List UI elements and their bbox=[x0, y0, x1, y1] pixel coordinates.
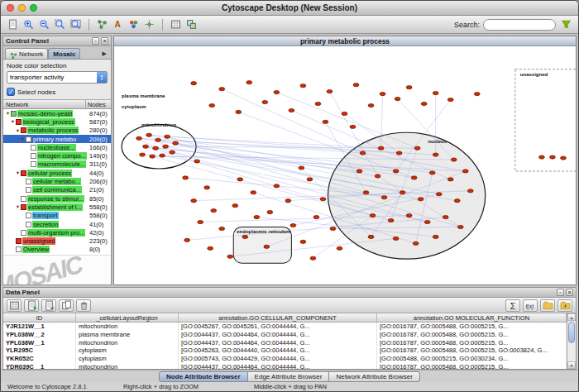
copy-attribute-icon[interactable] bbox=[59, 299, 74, 312]
network-node[interactable] bbox=[211, 209, 217, 213]
network-node[interactable] bbox=[406, 86, 412, 89]
table-row[interactable]: YPL036W__2plasma membrane[GO:0044437, GO… bbox=[3, 331, 567, 339]
expand-arrow-icon[interactable]: ▼ bbox=[15, 128, 21, 133]
table-row[interactable]: YPL036W__1mitochondrion[GO:0044437, GO:0… bbox=[3, 339, 567, 347]
expand-arrow-icon[interactable]: ▼ bbox=[5, 111, 11, 116]
network-node[interactable] bbox=[337, 246, 342, 250]
network-node[interactable] bbox=[289, 108, 294, 112]
network-node[interactable] bbox=[406, 213, 412, 217]
network-node[interactable] bbox=[330, 227, 336, 230]
tree-row[interactable]: ▼biological_process587(0) bbox=[3, 117, 111, 126]
tree-row[interactable]: ▼primary metabo209(0) bbox=[3, 135, 111, 143]
tree-column-network[interactable]: Network bbox=[3, 100, 86, 108]
network-node[interactable] bbox=[353, 84, 359, 87]
network-node[interactable] bbox=[462, 170, 468, 173]
network-view-title[interactable]: primary metabolic process bbox=[114, 36, 576, 46]
table-icon[interactable] bbox=[7, 299, 22, 312]
network-node[interactable] bbox=[209, 103, 215, 107]
table-cell[interactable]: [GO:0016787, GO:0005488, GO:0005215, G..… bbox=[377, 339, 567, 347]
table-cell[interactable]: mitochondrion bbox=[76, 339, 179, 347]
tree-row[interactable]: nucleobase...166(0) bbox=[3, 143, 111, 151]
network-node[interactable] bbox=[327, 90, 333, 93]
network-node[interactable] bbox=[300, 240, 306, 243]
column-header[interactable]: annotation.GO MOLECULAR_FUNCTION bbox=[377, 313, 567, 322]
network-node[interactable] bbox=[267, 211, 273, 214]
network-node[interactable] bbox=[368, 235, 374, 238]
network-node[interactable] bbox=[395, 97, 400, 100]
table-cell[interactable]: [GO:0044437, GO:0044464, GO:0044444, G..… bbox=[179, 339, 377, 347]
network-node[interactable] bbox=[219, 227, 225, 230]
zoom-selected-icon[interactable] bbox=[53, 17, 67, 31]
network-node[interactable] bbox=[191, 82, 197, 85]
network-node[interactable] bbox=[467, 189, 473, 193]
tree-row[interactable]: response to stimul...85(0) bbox=[3, 194, 111, 203]
network-node[interactable] bbox=[173, 141, 179, 145]
color-attribute-select[interactable]: transporter activity ▲▼ bbox=[7, 71, 108, 84]
table-cell[interactable]: [GO:0016787, GO:0005488, GO:0005215, G..… bbox=[377, 331, 567, 339]
table-cell[interactable]: YPL036W__1 bbox=[3, 339, 76, 347]
tree-column-nodes[interactable]: Nodes bbox=[86, 101, 111, 108]
table-cell[interactable]: YKR052C bbox=[3, 355, 76, 363]
network-node[interactable] bbox=[447, 98, 453, 101]
tree-row[interactable]: cellular metabo...206(0) bbox=[3, 177, 111, 185]
scroll-thumb[interactable] bbox=[568, 322, 575, 343]
network-node[interactable] bbox=[418, 198, 423, 201]
network-node[interactable] bbox=[375, 174, 380, 178]
zoom-window-button[interactable] bbox=[30, 4, 37, 12]
network-node[interactable] bbox=[194, 160, 200, 163]
network-node[interactable] bbox=[447, 178, 453, 181]
tab-mosaic[interactable]: Mosaic bbox=[48, 48, 80, 59]
network-node[interactable] bbox=[165, 135, 170, 138]
network-node[interactable] bbox=[143, 145, 149, 148]
scroll-down-icon[interactable]: ▼ bbox=[567, 361, 576, 369]
network-node[interactable] bbox=[457, 225, 463, 228]
scroll-track[interactable] bbox=[567, 321, 576, 361]
delete-attribute-icon[interactable] bbox=[41, 299, 56, 312]
network-node[interactable] bbox=[443, 215, 448, 218]
network-node[interactable] bbox=[350, 125, 356, 128]
expand-arrow-icon[interactable]: ▼ bbox=[20, 136, 26, 141]
network-node[interactable] bbox=[274, 184, 280, 188]
scroll-up-icon[interactable]: ▲ bbox=[567, 313, 576, 321]
network-node[interactable] bbox=[156, 138, 161, 141]
network-node[interactable] bbox=[561, 156, 567, 160]
filter-icon[interactable] bbox=[559, 17, 573, 31]
network-node[interactable] bbox=[411, 176, 417, 179]
tree-row[interactable]: transport558(0) bbox=[3, 212, 111, 220]
tree-row[interactable]: macromolecule...311(0) bbox=[3, 160, 111, 169]
network-node[interactable] bbox=[251, 191, 256, 194]
table-row[interactable]: YDR039C__1mitochondrion[GO:0044437, GO:0… bbox=[3, 363, 567, 369]
table-scrollbar[interactable]: ▲ ▼ bbox=[567, 313, 576, 369]
table-cell[interactable]: YJR121W__1 bbox=[3, 323, 76, 331]
zoom-in-icon[interactable] bbox=[22, 17, 36, 31]
column-header[interactable]: _cellularLayoutRegion bbox=[76, 313, 179, 322]
network-node[interactable] bbox=[320, 198, 326, 201]
network-node[interactable] bbox=[140, 153, 146, 156]
network-node[interactable] bbox=[232, 204, 238, 208]
close-window-button[interactable] bbox=[7, 4, 14, 12]
expand-arrow-icon[interactable]: ▼ bbox=[15, 204, 21, 209]
network-node[interactable] bbox=[184, 238, 190, 241]
network-node[interactable] bbox=[315, 102, 321, 105]
expand-arrow-icon[interactable]: ▼ bbox=[15, 170, 21, 175]
network-node[interactable] bbox=[433, 153, 438, 156]
close-datapanel-icon[interactable]: × bbox=[566, 289, 573, 296]
network-node[interactable] bbox=[264, 245, 270, 248]
network-node[interactable] bbox=[413, 241, 419, 245]
network-node[interactable] bbox=[396, 151, 402, 155]
network-node[interactable] bbox=[285, 199, 291, 203]
network-node[interactable] bbox=[254, 215, 260, 218]
tree-row[interactable]: multi-organism pro...42(0) bbox=[3, 228, 111, 237]
network-node[interactable] bbox=[170, 151, 175, 154]
table-cell[interactable]: mitochondrion bbox=[76, 363, 179, 369]
network-node[interactable] bbox=[208, 246, 213, 250]
trash-icon[interactable] bbox=[76, 299, 91, 312]
network-node[interactable] bbox=[393, 237, 399, 240]
zoom-fit-icon[interactable] bbox=[69, 17, 83, 31]
network-node[interactable] bbox=[429, 171, 435, 174]
network-node[interactable] bbox=[153, 146, 159, 150]
tab-edge-attribute-browser[interactable]: Edge Attribute Browser bbox=[248, 371, 330, 382]
layout-icon[interactable] bbox=[142, 17, 156, 31]
network-node[interactable] bbox=[433, 92, 438, 95]
network-node[interactable] bbox=[368, 103, 374, 107]
